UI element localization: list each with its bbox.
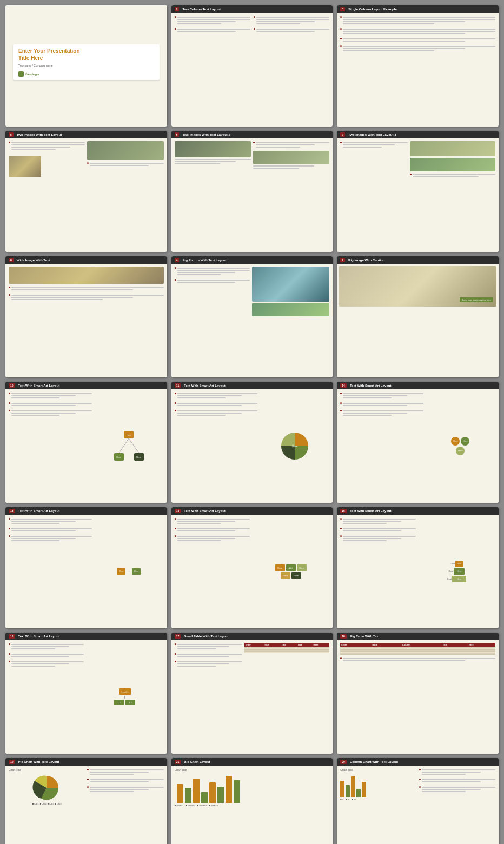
slide-num: 3 (340, 7, 345, 11)
slide-body (337, 138, 499, 252)
slide-num: 5 (9, 132, 14, 137)
slide-body (171, 264, 333, 377)
slide-smart-art-2: 11 Text With Smart Art Layout (171, 382, 333, 503)
slide-title: Two Column Text Layout (182, 8, 220, 11)
slide-big-chart-1: 21 Big Chart Layout Chart Title ■ Series… (171, 758, 333, 844)
slide-header: 7 Two Images With Text Layout 3 (337, 131, 499, 138)
slide-body: Chart Title ■ Series1■ Series2■ Series3■… (171, 766, 333, 844)
slide-body (337, 13, 499, 127)
slide-body: Goal Here Goal Here Goal Here (337, 515, 499, 628)
slide-body: Here Here Here (337, 389, 499, 503)
slide-smart-art-7: 12 Text With Smart Art Layout Level 1 (5, 633, 167, 754)
slide-cover: Enter Your Presentation Title Here Your … (5, 5, 167, 127)
slide-header: 10 Text With Smart Art Layout (5, 382, 167, 389)
slide-smart-art-6: 15 Text With Smart Art Layout Goal Here … (337, 507, 499, 628)
slide-title: Small Table With Text Layout (184, 635, 228, 638)
slide-num: 20 (340, 760, 347, 764)
slide-num: 12 (9, 634, 15, 639)
slide-body: Here → Here (5, 515, 167, 628)
logo-text: Yourlogo (25, 72, 39, 76)
slide-num: 19 (9, 760, 15, 764)
slide-header: 3 Single Column Layout Example (337, 5, 499, 13)
slide-title: Text With Smart Art Layout (184, 384, 226, 387)
slide-num: 11 (175, 383, 181, 388)
slide-header: 20 Column Chart With Text Layout (337, 758, 499, 766)
slide-title: Text With Smart Art Layout (18, 509, 60, 513)
slide-title: Two Images With Text Layout 3 (348, 133, 396, 136)
slide-header: 21 Big Chart Layout (171, 758, 333, 766)
slide-body (5, 138, 167, 252)
slide-body (171, 138, 333, 252)
slide-num: 15 (340, 509, 347, 513)
small-table: EnterYourTitleTextHere (244, 643, 330, 653)
slide-big-table: 18 Big Table With Text EnterTableColumnT… (337, 633, 499, 754)
slide-header: 14 Text With Smart Art Layout (337, 382, 499, 389)
slide-header: 11 Text With Smart Art Layout (171, 382, 333, 389)
slide-title: Big Chart Layout (184, 760, 210, 763)
slide-num: 9 (340, 258, 345, 262)
slide-num: 8 (9, 258, 14, 262)
slide-title: Two Images With Text Layout (17, 133, 62, 136)
slide-title: Single Column Layout Example (348, 8, 397, 11)
slide-two-col-text: 2 Two Column Text Layout (171, 5, 333, 127)
col-right (254, 16, 329, 35)
slide-body: Here Addr Here Here Here (171, 515, 333, 628)
svg-text:Here: Here (291, 444, 297, 448)
slide-title: Text With Smart Art Layout (18, 384, 60, 387)
slide-body: Enter your image caption here (337, 264, 499, 377)
slide-single-col: 3 Single Column Layout Example (337, 5, 499, 127)
slide-column-chart: 20 Column Chart With Text Layout Chart T… (337, 758, 499, 844)
slide-title: Big Table With Text (350, 635, 380, 638)
slide-body: Chart Title ■ Cat1■ Cat2■ Cat3■ Cat4 (5, 766, 167, 844)
slide-body: Here (171, 389, 333, 503)
two-col-layout (175, 16, 330, 35)
svg-line-1 (129, 438, 139, 453)
slide-body: Chart Title ■ S1■ S2■ S3 (337, 766, 499, 844)
slide-header: 9 Big Image With Caption (337, 256, 499, 264)
pie-chart-svg: Here (278, 430, 311, 462)
slide-body: EnterTableColumnTitleHere (337, 640, 499, 754)
slide-title: Big Image With Caption (348, 258, 384, 262)
slide-title: Two Images With Text Layout 2 (182, 133, 230, 136)
slide-body: EnterYourTitleTextHere (171, 640, 333, 754)
slide-num: 17 (175, 634, 181, 639)
slide-body: Here Here Here (5, 389, 167, 503)
slide-smart-art-5: 14 Text With Smart Art Layout Here Addr … (171, 507, 333, 628)
pie-chart-main (29, 773, 64, 802)
slides-grid: Enter Your Presentation Title Here Your … (5, 5, 499, 844)
slide-title: Text With Smart Art Layout (18, 635, 60, 638)
big-table: EnterTableColumnTitleHere (340, 643, 495, 655)
slide-body (171, 13, 333, 127)
slide-header: 8 Wide Image With Text (5, 256, 167, 264)
slide-smart-art-1: 10 Text With Smart Art Layout Here Here … (5, 382, 167, 503)
slide-smart-art-3: 14 Text With Smart Art Layout Here Here … (337, 382, 499, 503)
slide-title: Text With Smart Art Layout (184, 509, 226, 513)
slide-body (5, 264, 167, 377)
slide-header: 17 Small Table With Text Layout (171, 633, 333, 640)
slide-title: Big Picture With Text Layout (182, 258, 226, 262)
slide-header: 19 Pie Chart With Text Layout (5, 758, 167, 766)
slide-header: 2 Two Column Text Layout (171, 5, 333, 13)
slide-num: 6 (175, 132, 180, 137)
slide-num: 13 (9, 509, 15, 513)
slide-two-images-3: 7 Two Images With Text Layout 3 (337, 131, 499, 252)
slide-header: 14 Text With Smart Art Layout (171, 507, 333, 515)
slide-num: 14 (340, 383, 347, 388)
slide-num: 4 (175, 258, 180, 262)
slide-title: Text With Smart Art Layout (350, 509, 392, 513)
slide-big-picture: 4 Big Picture With Text Layout (171, 256, 333, 377)
svg-line-0 (119, 438, 129, 453)
slide-body: Level 1 L2 L2 (5, 640, 167, 754)
slide-title: Wide Image With Text (17, 258, 50, 262)
slide-num: 14 (175, 509, 181, 513)
slide-title: Column Chart With Text Layout (350, 760, 398, 763)
slide-smart-art-4: 13 Text With Smart Art Layout Here → Her… (5, 507, 167, 628)
slide-two-images-2: 6 Two Images With Text Layout 2 (171, 131, 333, 252)
slide-num: 2 (175, 7, 180, 11)
slide-header: 5 Two Images With Text Layout (5, 131, 167, 138)
slide-pie-chart: 19 Pie Chart With Text Layout Chart Titl… (5, 758, 167, 844)
slide-header: 15 Text With Smart Art Layout (337, 507, 499, 515)
col-left (175, 16, 250, 35)
slide-big-image-caption: 9 Big Image With Caption Enter your imag… (337, 256, 499, 377)
slide-title: Pie Chart With Text Layout (18, 760, 59, 763)
